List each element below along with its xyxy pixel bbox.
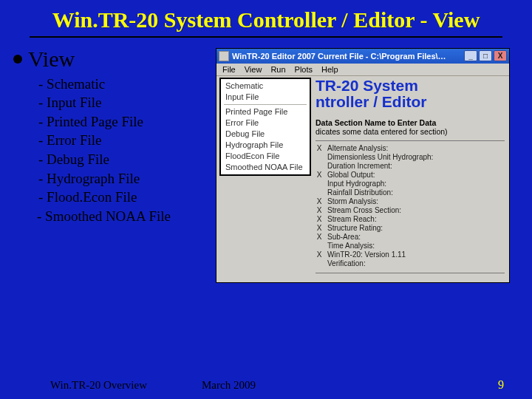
section-label: Verification: bbox=[327, 259, 366, 267]
section-label: Storm Analysis: bbox=[327, 197, 378, 205]
bullet-heading: View bbox=[13, 47, 211, 72]
section-list: XAlternate Analysis: Dimensionless Unit … bbox=[316, 144, 505, 268]
list-item: Printed Page File bbox=[13, 112, 211, 132]
view-dropdown: Schematic Input File Printed Page File E… bbox=[219, 78, 311, 176]
list-item: Input File bbox=[13, 93, 211, 112]
list-item: Error File bbox=[13, 131, 211, 150]
menu-item[interactable]: Hydrograph File bbox=[221, 140, 310, 151]
minimize-button[interactable]: _ bbox=[464, 50, 477, 61]
instruction-line2: dicates some data entered for section) bbox=[316, 127, 505, 136]
x-mark bbox=[316, 242, 323, 250]
section-label: Sub-Area: bbox=[327, 233, 361, 241]
section-row[interactable]: Rainfall Distribution: bbox=[316, 188, 505, 197]
bullet-heading-label: View bbox=[28, 47, 75, 72]
client-area: Schematic Input File Printed Page File E… bbox=[216, 76, 509, 282]
list-item: Flood.Econ File bbox=[13, 188, 211, 207]
x-mark: X bbox=[316, 215, 323, 223]
section-row[interactable]: Dimensionless Unit Hydrograph: bbox=[316, 153, 505, 162]
x-mark bbox=[316, 162, 323, 170]
menubar: File View Run Plots Help bbox=[216, 64, 509, 76]
x-mark: X bbox=[316, 224, 323, 232]
x-mark: X bbox=[316, 250, 323, 259]
x-mark: X bbox=[316, 233, 323, 241]
window-buttons: _ □ X bbox=[464, 50, 507, 61]
section-row[interactable]: XStream Cross Section: bbox=[316, 206, 505, 215]
menu-item[interactable]: Debug File bbox=[221, 129, 310, 140]
menu-help[interactable]: Help bbox=[321, 65, 338, 74]
window-title: WinTR-20 Editor 2007 Current File - C:\P… bbox=[232, 52, 464, 61]
section-label: Structure Rating: bbox=[327, 224, 383, 232]
section-row[interactable]: XStorm Analysis: bbox=[316, 197, 505, 206]
x-mark bbox=[316, 259, 323, 267]
section-label: Rainfall Distribution: bbox=[327, 188, 393, 197]
titlebar: WinTR-20 Editor 2007 Current File - C:\P… bbox=[216, 49, 509, 64]
menu-item[interactable]: Printed Page File bbox=[221, 106, 310, 117]
app-title-line2: ntroller / Editor bbox=[316, 94, 505, 111]
section-row[interactable]: XStructure Rating: bbox=[316, 224, 505, 233]
menu-separator bbox=[224, 104, 307, 105]
menu-run[interactable]: Run bbox=[270, 65, 285, 74]
slide-title: Win.TR-20 System Controller / Editor - V… bbox=[0, 0, 532, 36]
section-row[interactable]: XSub-Area: bbox=[316, 233, 505, 242]
maximize-button[interactable]: □ bbox=[479, 50, 492, 61]
menu-file[interactable]: File bbox=[222, 65, 236, 74]
menu-item[interactable]: Input File bbox=[221, 92, 310, 103]
list-item: Hydrograph File bbox=[13, 169, 211, 188]
footer-center: March 2009 bbox=[202, 379, 498, 392]
x-mark bbox=[316, 180, 323, 188]
footer-left: Win.TR-20 Overview bbox=[50, 379, 202, 392]
section-row[interactable]: XWinTR-20: Version 1.11 bbox=[316, 250, 505, 259]
footer: Win.TR-20 Overview March 2009 9 bbox=[0, 378, 532, 392]
section-label: Alternate Analysis: bbox=[327, 144, 388, 152]
section-row[interactable]: Input Hydrograph: bbox=[316, 180, 505, 188]
section-label: Input Hydrograph: bbox=[327, 180, 386, 188]
menu-plots[interactable]: Plots bbox=[295, 65, 313, 74]
right-column: WinTR-20 Editor 2007 Current File - C:\P… bbox=[216, 42, 519, 283]
x-mark: X bbox=[316, 197, 323, 205]
app-icon bbox=[219, 51, 229, 61]
left-column: View Schematic Input File Printed Page F… bbox=[13, 42, 211, 283]
app-title-line1: TR-20 System bbox=[316, 78, 505, 95]
section-row[interactable]: Duration Increment: bbox=[316, 162, 505, 171]
menu-item[interactable]: Schematic bbox=[221, 81, 310, 92]
menu-item[interactable]: Smoothed NOAA File bbox=[221, 162, 310, 173]
sublist: Schematic Input File Printed Page File E… bbox=[13, 75, 211, 226]
app-window: WinTR-20 Editor 2007 Current File - C:\P… bbox=[216, 48, 510, 283]
section-label: Stream Reach: bbox=[327, 215, 377, 223]
main-panel: TR-20 System ntroller / Editor Data Sect… bbox=[311, 76, 509, 282]
menu-view[interactable]: View bbox=[245, 65, 262, 74]
list-item: Smoothed NOAA File bbox=[13, 207, 211, 226]
x-mark: X bbox=[316, 206, 323, 214]
section-label: Duration Increment: bbox=[327, 162, 392, 170]
x-mark bbox=[316, 188, 323, 197]
instruction-line1: Data Section Name to Enter Data bbox=[316, 118, 505, 127]
list-item: Schematic bbox=[13, 75, 211, 94]
x-mark: X bbox=[316, 144, 323, 152]
close-button[interactable]: X bbox=[494, 50, 507, 61]
section-row[interactable]: Time Analysis: bbox=[316, 242, 505, 250]
section-label: Global Output: bbox=[327, 171, 375, 179]
x-mark: X bbox=[316, 171, 323, 179]
section-row[interactable]: XStream Reach: bbox=[316, 215, 505, 224]
content-row: View Schematic Input File Printed Page F… bbox=[0, 42, 532, 283]
menu-item[interactable]: FloodEcon File bbox=[221, 151, 310, 162]
divider bbox=[316, 140, 505, 141]
section-row[interactable]: Verification: bbox=[316, 259, 505, 268]
menu-item[interactable]: Error File bbox=[221, 117, 310, 129]
bullet-icon bbox=[13, 55, 22, 64]
section-label: Dimensionless Unit Hydrograph: bbox=[327, 153, 433, 161]
section-label: WinTR-20: Version 1.11 bbox=[327, 250, 406, 259]
x-mark bbox=[316, 153, 323, 161]
divider bbox=[316, 273, 505, 273]
section-row[interactable]: XAlternate Analysis: bbox=[316, 144, 505, 153]
list-item: Debug File bbox=[13, 150, 211, 169]
section-row[interactable]: XGlobal Output: bbox=[316, 171, 505, 180]
section-label: Stream Cross Section: bbox=[327, 206, 401, 214]
title-underline bbox=[30, 36, 502, 38]
section-label: Time Analysis: bbox=[327, 242, 375, 250]
slide-number: 9 bbox=[498, 378, 504, 392]
